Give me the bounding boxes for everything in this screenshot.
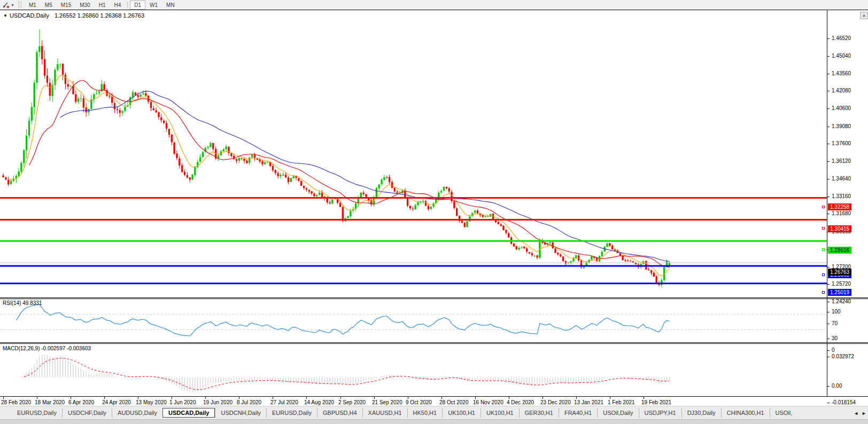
tf-button-m15[interactable]: M15 — [57, 1, 75, 10]
tab-hk50-h1[interactable]: HK50,H1 — [407, 408, 443, 418]
candle-body — [339, 203, 341, 207]
date-tick-mark — [239, 397, 239, 399]
candle-body — [420, 202, 421, 203]
date-tick-mark — [205, 397, 206, 399]
candle-body — [261, 161, 263, 164]
macd-signal-line[interactable] — [24, 358, 670, 390]
tab-uk100-h1[interactable]: UK100,H1 — [480, 408, 519, 418]
chart-plot-area[interactable] — [0, 11, 827, 397]
tab-scroll-right-icon[interactable]: ► — [862, 411, 866, 416]
chart-collapse-icon[interactable]: ▼ — [3, 13, 7, 18]
candle-body — [648, 269, 649, 270]
date-tick-mark — [441, 397, 442, 399]
date-axis-label: 8 Jul 2020 — [237, 399, 261, 405]
tab-dj30-daily[interactable]: DJ30,Daily — [681, 408, 721, 418]
candle-body — [251, 155, 253, 158]
tab-usdcad-daily[interactable]: USDCAD,Daily — [162, 408, 215, 418]
candle-body — [121, 111, 123, 113]
candle-body — [313, 193, 315, 196]
candle-body — [264, 162, 266, 164]
tab-china300-h1[interactable]: CHINA300,H1 — [721, 408, 770, 418]
tab-usdcnh-daily[interactable]: USDCNH,Daily — [215, 408, 266, 418]
hline-handle[interactable] — [822, 273, 825, 276]
tab-usdjpy-h1[interactable]: USDJPY,H1 — [639, 408, 681, 418]
ma-slow-line[interactable] — [60, 91, 670, 262]
candle-body — [484, 216, 486, 217]
date-axis-label: 1 Jun 2020 — [169, 399, 196, 405]
tab-ger30-h1[interactable]: GER30,H1 — [519, 408, 559, 418]
tab-eurusd-daily[interactable]: EURUSD,Daily — [266, 408, 317, 418]
candle-body — [526, 248, 528, 252]
chart-scroll-up-button[interactable]: ▲ — [860, 12, 868, 19]
tf-button-mn[interactable]: MN — [162, 1, 179, 10]
hline-handle[interactable] — [822, 248, 825, 251]
toolbar-drag-handle[interactable] — [19, 2, 21, 8]
tab-audusd-daily[interactable]: AUDUSD,Daily — [112, 408, 162, 418]
candle-body — [653, 273, 655, 277]
level-price-label[interactable]: 1.30415 — [828, 225, 851, 232]
price-tick-mark — [827, 56, 830, 57]
pane-divider-main-rsi[interactable] — [0, 297, 868, 299]
rsi-line[interactable] — [16, 305, 669, 336]
level-price-label[interactable]: 1.25019 — [828, 289, 851, 296]
tab-eurusd-daily[interactable]: EURUSD,Daily — [12, 408, 62, 418]
tab-scroll-left-icon[interactable]: ◄ — [854, 411, 858, 416]
tf-button-m30[interactable]: M30 — [75, 1, 94, 10]
tf-button-h1[interactable]: H1 — [95, 1, 110, 10]
candle-body — [173, 143, 175, 154]
date-axis-label: 28 Oct 2020 — [439, 399, 468, 405]
level-price-label[interactable]: 1.28616 — [828, 247, 851, 254]
tab-usoil-daily[interactable]: USOil,Daily — [597, 408, 638, 418]
candle-body — [46, 76, 48, 83]
price-axis-tick: 1.34640 — [832, 176, 851, 182]
tf-button-m1[interactable]: M1 — [25, 1, 41, 10]
tf-button-h4[interactable]: H4 — [110, 1, 125, 10]
tab-usoil[interactable]: USOil, — [770, 408, 798, 418]
candle-body — [163, 121, 165, 123]
candle-body — [140, 95, 141, 97]
tab-gbpusd-h4[interactable]: GBPUSD,H4 — [317, 408, 362, 418]
price-tick-mark — [827, 302, 830, 302]
rsi-tick-mark — [827, 339, 830, 339]
tf-button-d1[interactable]: D1 — [130, 1, 145, 10]
rsi-tick-mark — [827, 324, 830, 324]
candle-body — [272, 166, 274, 170]
candle-body — [114, 103, 115, 109]
candle-body — [290, 178, 292, 182]
candle-body — [41, 46, 43, 59]
candle-body — [627, 261, 629, 261]
date-tick-mark — [408, 397, 408, 399]
tab-fra40-h1[interactable]: FRA40,H1 — [559, 408, 597, 418]
candle-body — [609, 243, 610, 246]
tab-xauusd-h1[interactable]: XAUUSD,H1 — [362, 408, 407, 418]
candle-body — [557, 253, 559, 254]
hline-handle[interactable] — [822, 291, 825, 294]
chart-window: ▼USDCAD,Daily1.26552 1.26860 1.26368 1.2… — [0, 10, 868, 406]
candle-body — [521, 247, 522, 248]
macd-axis-tick: 0.032972 — [832, 354, 854, 359]
candle-body — [210, 143, 211, 147]
candle-body — [425, 201, 427, 206]
hline-handle[interactable] — [822, 206, 825, 208]
candle-body — [347, 216, 348, 218]
tf-button-m5[interactable]: M5 — [41, 1, 57, 10]
candle-body — [428, 206, 429, 209]
cursor-tool-button[interactable]: ▼ — [0, 2, 17, 9]
date-tick-mark — [37, 397, 37, 399]
tf-button-w1[interactable]: W1 — [145, 1, 162, 10]
candle-body — [443, 187, 445, 191]
date-axis-label: 28 Feb 2020 — [1, 399, 31, 405]
level-price-label[interactable]: 1.32258 — [828, 203, 851, 210]
candle-body — [565, 261, 567, 264]
tab-usdchf-daily[interactable]: USDCHF,Daily — [62, 408, 112, 418]
price-axis-tick: 1.36120 — [832, 158, 851, 164]
macd-histogram[interactable] — [13, 355, 669, 392]
candle-body — [34, 83, 35, 107]
candle-body — [293, 176, 294, 178]
hline-handle[interactable] — [822, 227, 825, 230]
pane-divider-rsi-macd[interactable] — [0, 342, 868, 344]
timeframe-buttons: M1M5M15M30H1H4D1W1MN — [25, 1, 179, 10]
tab-uk100-h1[interactable]: UK100,H1 — [442, 408, 480, 418]
candle-body — [103, 84, 105, 90]
rsi-axis-tick: 30 — [832, 335, 838, 341]
